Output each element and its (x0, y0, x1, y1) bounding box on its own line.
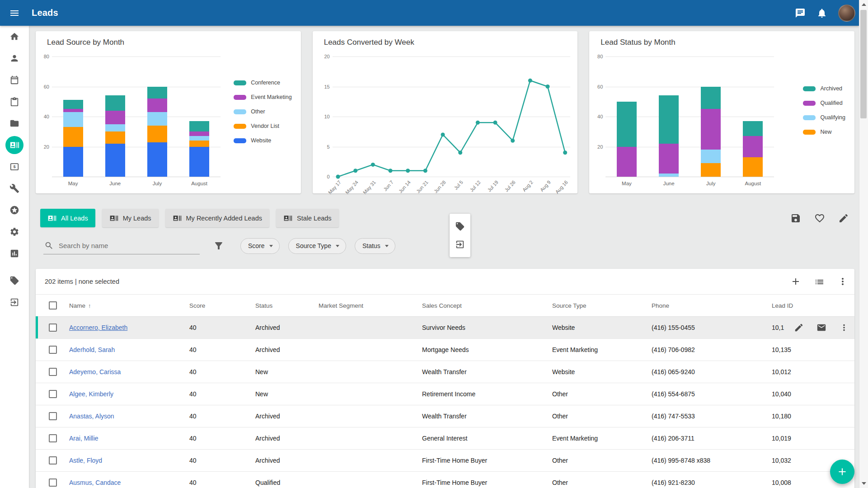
column-header-score[interactable]: Score (184, 302, 250, 309)
bar-segment-other[interactable] (189, 136, 209, 141)
bar-segment-qualifying[interactable] (659, 174, 679, 177)
bar-segment-website[interactable] (105, 144, 125, 177)
bar-segment-new[interactable] (743, 157, 763, 177)
bar-segment-event-marketing[interactable] (105, 111, 125, 124)
bar-segment-archived[interactable] (617, 102, 637, 147)
bar-segment-event-marketing[interactable] (147, 99, 167, 112)
filter-tab-my-recently-added-leads[interactable]: My Recently Added Leads (165, 209, 269, 227)
column-header-phone[interactable]: Phone (646, 302, 766, 309)
table-row[interactable]: Anastas, Alyson40ArchivedWealth Transfer… (36, 405, 854, 427)
sidebar-item-rewards[interactable] (0, 199, 29, 221)
bar-segment-other[interactable] (105, 124, 125, 132)
list-view-button[interactable] (814, 276, 825, 287)
bar-segment-conference[interactable] (63, 100, 83, 109)
lead-name-link[interactable]: Ausmus, Candace (69, 479, 121, 486)
bar-segment-archived[interactable] (701, 87, 721, 109)
email-lead-button[interactable] (816, 323, 826, 333)
sidebar-item-person[interactable] (0, 47, 29, 69)
add-lead-fab[interactable] (830, 460, 854, 484)
bar-segment-qualified[interactable] (659, 144, 679, 174)
notifications-button[interactable] (816, 8, 827, 19)
sidebar-item-folder[interactable] (0, 113, 29, 134)
filter-chip-status[interactable]: Status (355, 238, 395, 254)
row-checkbox[interactable] (49, 324, 57, 332)
table-row[interactable]: Algee, Kimberly40NewRetirement IncomeOth… (36, 383, 854, 405)
bar-segment-conference[interactable] (105, 95, 125, 110)
favorite-view-button[interactable] (814, 213, 825, 224)
bar-segment-archived[interactable] (743, 121, 763, 136)
column-header-market-segment[interactable]: Market Segment (313, 302, 417, 309)
bar-segment-conference[interactable] (189, 121, 209, 131)
avatar[interactable] (838, 5, 855, 22)
sidebar-item-tools[interactable] (0, 178, 29, 199)
sidebar-item-settings[interactable] (0, 221, 29, 243)
row-checkbox[interactable] (49, 346, 57, 354)
bar-segment-new[interactable] (701, 163, 721, 177)
row-checkbox[interactable] (49, 412, 57, 420)
sidebar-item-tasks[interactable] (0, 91, 29, 113)
table-row[interactable]: Accornero, Elizabeth40ArchivedSurvivor N… (36, 317, 854, 339)
bar-segment-vendor-list[interactable] (147, 126, 167, 142)
sidebar-item-calendar[interactable] (0, 69, 29, 91)
filter-chip-source-type[interactable]: Source Type (288, 238, 346, 254)
bar-segment-other[interactable] (147, 112, 167, 126)
table-row[interactable]: Adeyemo, Carissa40NewWealth TransferWebs… (36, 361, 854, 383)
bar-segment-qualified[interactable] (743, 136, 763, 157)
edit-lead-button[interactable] (794, 323, 804, 333)
bar-segment-vendor-list[interactable] (105, 131, 125, 144)
row-checkbox[interactable] (49, 479, 57, 487)
sidebar-item-billing[interactable]: $ (0, 156, 29, 178)
lead-name-link[interactable]: Astle, Floyd (69, 457, 102, 464)
row-checkbox[interactable] (49, 390, 57, 398)
bar-segment-website[interactable] (63, 147, 83, 177)
lead-name-link[interactable]: Algee, Kimberly (69, 390, 113, 398)
page-scrollbar[interactable] (859, 0, 868, 488)
lead-name-link[interactable]: Anastas, Alyson (69, 413, 114, 420)
bar-segment-other[interactable] (63, 112, 83, 127)
column-header-status[interactable]: Status (250, 302, 313, 309)
export-tool-button[interactable] (451, 235, 469, 253)
column-header-source-type[interactable]: Source Type (547, 302, 646, 309)
bar-segment-qualifying[interactable] (701, 150, 721, 163)
bar-segment-vendor-list[interactable] (189, 141, 209, 146)
sidebar-item-contacts[interactable] (0, 134, 29, 156)
filter-chip-score[interactable]: Score (240, 238, 280, 254)
lead-name-link[interactable]: Arai, Millie (69, 435, 99, 442)
bar-segment-vendor-list[interactable] (63, 127, 83, 146)
row-checkbox[interactable] (49, 368, 57, 376)
sidebar-item-home[interactable] (0, 26, 29, 47)
scroll-up-arrow[interactable] (859, 0, 868, 9)
table-row[interactable]: Aderhold, Sarah40ArchivedMortgage NeedsE… (36, 339, 854, 361)
bar-segment-event-marketing[interactable] (63, 109, 83, 112)
row-checkbox[interactable] (49, 434, 57, 442)
column-header-sales-concept[interactable]: Sales Concept (417, 302, 547, 309)
row-more-button[interactable] (839, 323, 849, 333)
scroll-down-arrow[interactable] (859, 479, 868, 488)
row-checkbox[interactable] (49, 456, 57, 465)
sidebar-item-exit[interactable] (0, 291, 29, 313)
add-item-button[interactable] (790, 276, 801, 287)
sidebar-item-reports[interactable] (0, 243, 29, 264)
tag-tool-button[interactable] (451, 217, 469, 235)
edit-view-button[interactable] (838, 213, 849, 224)
bar-segment-event-marketing[interactable] (189, 131, 209, 136)
table-row[interactable]: Ausmus, Candace40QualifiedFirst-Time Hom… (36, 472, 854, 488)
filter-button[interactable] (213, 240, 224, 251)
lead-name-link[interactable]: Adeyemo, Carissa (69, 368, 121, 375)
filter-tab-my-leads[interactable]: My Leads (102, 209, 159, 227)
lead-name-link[interactable]: Accornero, Elizabeth (69, 324, 127, 331)
bar-segment-qualified[interactable] (701, 109, 721, 150)
bar-segment-website[interactable] (147, 142, 167, 177)
bar-segment-archived[interactable] (659, 95, 679, 143)
column-header-lead-id[interactable]: Lead ID (766, 302, 854, 309)
menu-button[interactable] (0, 0, 29, 26)
select-all-checkbox[interactable] (49, 301, 57, 310)
more-options-button[interactable] (837, 276, 848, 287)
column-header-name[interactable]: Name↑ (64, 302, 184, 309)
save-view-button[interactable] (790, 213, 801, 224)
table-row[interactable]: Arai, Millie40ArchivedGeneral InterestEv… (36, 427, 854, 450)
table-row[interactable]: Astle, Floyd40ArchivedFirst-Time Home Bu… (36, 450, 854, 472)
bar-segment-conference[interactable] (147, 87, 167, 99)
chat-button[interactable] (795, 8, 806, 19)
bar-segment-website[interactable] (189, 147, 209, 177)
